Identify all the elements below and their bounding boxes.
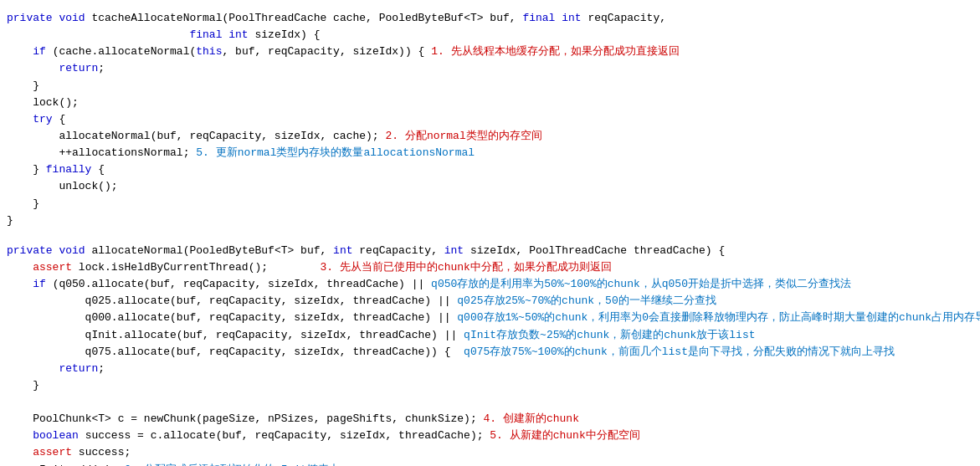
assert-keyword: assert: [33, 444, 72, 461]
code-line: } finally {: [7, 161, 980, 178]
comment-annotation: 2. 分配normal类型的内存空间: [379, 128, 542, 145]
code-text: [451, 344, 464, 361]
code-text: [7, 411, 33, 428]
comment-note: q075存放75%~100%的chunk，前面几个list是向下寻找，分配失败的…: [464, 344, 895, 361]
keyword: this: [196, 44, 222, 60]
comment-note: qInit存放负数~25%的chunk，新创建的chunk放于该list: [464, 327, 755, 344]
comment-annotation: 5. 从新建的chunk中分配空间: [484, 428, 640, 444]
keyword: void: [59, 10, 85, 27]
code-text: PooledByteBuf: [379, 10, 464, 27]
code-text: (cache.allocateNormal(: [46, 44, 196, 60]
keyword: if: [33, 44, 46, 60]
code-line: }: [7, 78, 980, 95]
code-text: [7, 361, 59, 377]
code-line: private void allocateNormal(PooledByteBu…: [7, 243, 980, 259]
code-text: [53, 10, 59, 27]
keyword: private: [7, 10, 53, 27]
code-text: sizeIdx,: [464, 243, 529, 259]
code-line: unlock();: [7, 178, 980, 195]
keyword: private: [7, 243, 53, 259]
code-line: }: [7, 196, 980, 213]
keyword: int: [228, 27, 248, 44]
code-text: <T> buf,: [464, 10, 522, 27]
code-text: PoolThreadCache: [529, 243, 627, 259]
code-text: }: [7, 196, 39, 213]
code-line: PoolChunk<T> c = newChunk(pageSize, nPSi…: [7, 411, 980, 428]
comment-note: 6. 分配完成后添加到初始化的qInit链表中: [118, 462, 340, 466]
code-text: allocateNormal(: [85, 243, 190, 259]
code-text: ;: [98, 60, 105, 77]
code-line: boolean success = c.allocate(buf, reqCap…: [7, 428, 980, 444]
code-line: assert success;: [7, 444, 980, 461]
code-text: [7, 276, 33, 293]
code-text: lock();: [7, 95, 79, 111]
comment-note: q025存放25%~70%的chunk，50的一半继续二分查找: [457, 293, 716, 310]
code-text: [268, 259, 320, 276]
keyword: int: [333, 243, 352, 259]
code-text: }: [7, 213, 13, 229]
code-line: qInit.add(c); 6. 分配完成后添加到初始化的qInit链表中: [7, 462, 980, 466]
code-text: success;: [72, 444, 131, 461]
code-text: , buf, reqCapacity, sizeIdx)) {: [222, 44, 424, 60]
keyword: int: [444, 243, 464, 259]
code-text: qInit.add(c);: [7, 462, 118, 466]
code-text: q075.allocate(buf, reqCapacity, sizeIdx,…: [7, 344, 451, 361]
code-text: success = c.allocate(buf, reqCapacity, s…: [79, 428, 484, 444]
code-text: [7, 428, 33, 444]
code-text: q025.allocate(buf, reqCapacity, sizeIdx,…: [7, 293, 457, 310]
code-line: return;: [7, 60, 980, 77]
keyword: return: [59, 361, 98, 377]
comment-note: q050存放的是利用率为50%~100%的chunk，从q050开始是折中选择，…: [431, 276, 851, 293]
assert-keyword: assert: [33, 259, 72, 276]
code-text: [53, 243, 59, 259]
code-text: [7, 44, 33, 60]
code-text: tcacheAllocateNormal(: [85, 10, 229, 27]
keyword: boolean: [33, 428, 79, 444]
code-text: reqCapacity,: [353, 243, 444, 259]
code-line: lock();: [7, 95, 980, 111]
keyword: void: [59, 243, 85, 259]
code-text: {: [53, 111, 66, 128]
code-line: private void tcacheAllocateNormal(PoolTh…: [7, 10, 980, 27]
code-text: ++allocationsNormal;: [7, 145, 189, 161]
code-text: }: [7, 78, 39, 95]
code-text: cache,: [326, 10, 378, 27]
comment-annotation: 3. 先从当前已使用中的chunk中分配，如果分配成功则返回: [321, 259, 612, 276]
code-text: }: [7, 161, 46, 178]
code-text: [7, 111, 33, 128]
keyword: finally: [46, 161, 92, 178]
comment-note: q000存放1%~50%的chunk，利用率为0会直接删除释放物理内存，防止高峰…: [457, 310, 980, 326]
code-line: q000.allocate(buf, reqCapacity, sizeIdx,…: [7, 310, 980, 326]
code-text: }: [7, 377, 39, 394]
code-text: ;: [98, 361, 105, 377]
code-text: allocateNormal(buf, reqCapacity, sizeIdx…: [7, 128, 379, 145]
code-line: final int sizeIdx) {: [7, 27, 980, 44]
code-text: [7, 27, 189, 44]
code-line: }: [7, 213, 980, 229]
code-line: return;: [7, 361, 980, 377]
code-text: PooledByteBuf: [189, 243, 274, 259]
keyword: if: [33, 276, 46, 293]
code-text: (q050.allocate(buf, reqCapacity, sizeIdx…: [46, 276, 431, 293]
code-text: <T> buf,: [275, 243, 333, 259]
code-section-2: private void allocateNormal(PooledByteBu…: [7, 239, 980, 466]
keyword: try: [33, 111, 52, 128]
code-text: [7, 444, 33, 461]
code-line: q075.allocate(buf, reqCapacity, sizeIdx,…: [7, 344, 980, 361]
code-text: PoolChunk: [33, 411, 91, 428]
comment-annotation: 4. 创建新的chunk: [477, 411, 579, 428]
code-line: allocateNormal(buf, reqCapacity, sizeIdx…: [7, 128, 980, 145]
code-text: [7, 259, 33, 276]
code-text: threadCache) {: [627, 243, 725, 259]
code-text: [7, 60, 59, 77]
code-line: if (q050.allocate(buf, reqCapacity, size…: [7, 276, 980, 293]
code-line: q025.allocate(buf, reqCapacity, sizeIdx,…: [7, 293, 980, 310]
code-text: [222, 27, 228, 44]
code-text: qInit.allocate(buf, reqCapacity, sizeIdx…: [7, 327, 464, 344]
code-text: unlock();: [7, 178, 118, 195]
code-section-1: private void tcacheAllocateNormal(PoolTh…: [7, 7, 980, 233]
code-line: [7, 394, 980, 411]
keyword: return: [59, 60, 98, 77]
code-text: [555, 10, 562, 27]
comment-note: 5. 更新normal类型内存块的数量allocationsNormal: [189, 145, 475, 161]
